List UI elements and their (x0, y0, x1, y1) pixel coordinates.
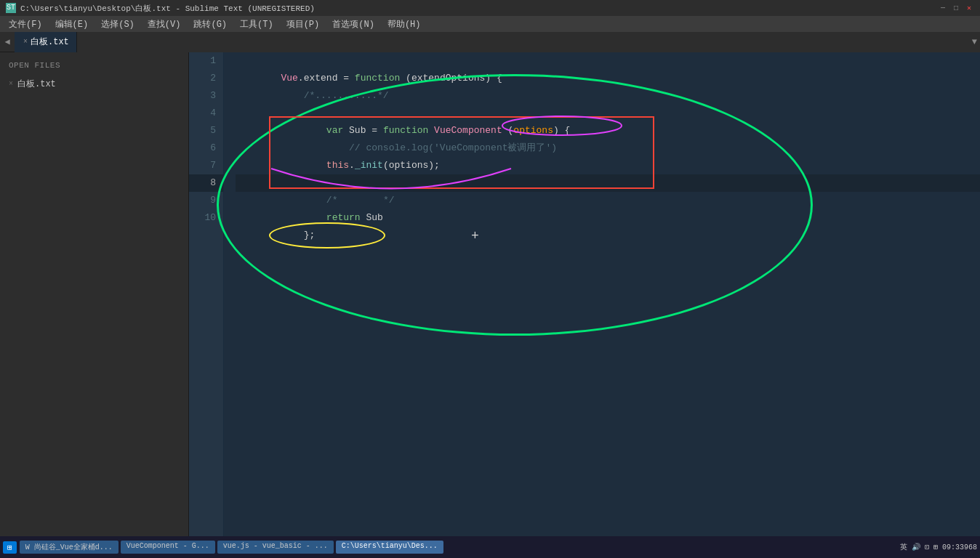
code-line-6: this._init(options); (236, 140, 980, 157)
menu-select[interactable]: 选择(S) (95, 17, 140, 32)
sidebar-file-name: 白板.txt (17, 78, 56, 90)
line-num-2: 2 (189, 70, 223, 87)
tray-battery: ⊞ (933, 543, 938, 551)
sidebar-file-baiban[interactable]: × 白板.txt (0, 76, 188, 92)
taskbar-app-3[interactable]: vue.js - vue_basic - ... (217, 541, 334, 554)
line-num-6: 6 (189, 140, 223, 157)
taskbar-apps: W 尚硅谷_Vue全家桶d... VueComponent - G... vue… (20, 541, 897, 554)
tab-nav-left[interactable]: ◀ (0, 32, 15, 52)
close-button[interactable]: ✕ (964, 3, 974, 13)
menu-goto[interactable]: 跳转(G) (188, 17, 233, 32)
title-bar: ST C:\Users\tianyu\Desktop\白板.txt - Subl… (0, 0, 980, 16)
title-bar-controls: ─ □ ✕ (938, 3, 974, 13)
line-num-7: 7 (189, 157, 223, 174)
tray-sound: 🔊 (912, 543, 920, 551)
sidebar: OPEN FILES × 白板.txt (0, 52, 189, 536)
code-line-3 (236, 87, 980, 105)
line-num-5: 5 (189, 122, 223, 140)
menu-preferences[interactable]: 首选项(N) (326, 17, 380, 32)
main-layout: OPEN FILES × 白板.txt 1 2 3 4 5 6 7 8 9 10… (0, 52, 980, 536)
code-line-9: return Sub (236, 192, 980, 209)
tray-time: 09:33968 (942, 543, 977, 551)
sidebar-header: OPEN FILES (0, 58, 188, 76)
tab-label: 白板.txt (31, 36, 69, 48)
sidebar-file-close-icon[interactable]: × (9, 80, 13, 88)
tray-network: ⊡ (925, 543, 929, 551)
line-num-8: 8 (189, 174, 223, 192)
tab-baiban[interactable]: × 白板.txt (15, 32, 77, 52)
window-title: C:\Users\tianyu\Desktop\白板.txt - Sublime… (20, 3, 315, 14)
taskbar-app-2[interactable]: VueComponent - G... (121, 541, 215, 554)
taskbar-app-4[interactable]: C:\Users\tianyu\Des... (336, 541, 443, 554)
editor: 1 2 3 4 5 6 7 8 9 10 Vue.extend = functi… (189, 52, 980, 536)
line-num-4: 4 (189, 105, 223, 122)
line-num-10: 10 (189, 209, 223, 227)
line-num-1: 1 (189, 52, 223, 70)
code-line-7: }; (236, 157, 980, 174)
windows-taskbar: ⊞ W 尚硅谷_Vue全家桶d... VueComponent - G... v… (0, 536, 980, 558)
menu-edit[interactable]: 编辑(E) (49, 17, 95, 32)
tab-close-icon[interactable]: × (23, 38, 28, 46)
menu-bar: 文件(F) 编辑(E) 选择(S) 查找(V) 跳转(G) 工具(T) 项目(P… (0, 16, 980, 32)
line-num-9: 9 (189, 192, 223, 209)
start-button[interactable]: ⊞ (3, 541, 17, 554)
menu-find[interactable]: 查找(V) (142, 17, 187, 32)
minimize-button[interactable]: ─ (938, 3, 948, 13)
code-line-4: var Sub = function VueComponent (options… (236, 105, 980, 122)
code-line-1: Vue.extend = function (extendOptions) { (236, 52, 980, 70)
title-bar-left: ST C:\Users\tianyu\Desktop\白板.txt - Subl… (6, 3, 315, 14)
plus-sign-annotation: + (471, 229, 479, 243)
line-numbers: 1 2 3 4 5 6 7 8 9 10 (189, 52, 224, 536)
maximize-button[interactable]: □ (951, 3, 961, 13)
code-line-2: /*...........*/ (236, 70, 980, 87)
line-num-3: 3 (189, 87, 223, 105)
code-line-5: // console.log('VueComponent被调用了') (236, 122, 980, 140)
code-area[interactable]: Vue.extend = function (extendOptions) { … (224, 52, 980, 536)
menu-file[interactable]: 文件(F) (3, 17, 48, 32)
tab-dropdown-icon[interactable]: ▼ (972, 37, 977, 47)
app-icon: ST (6, 3, 16, 13)
menu-help[interactable]: 帮助(H) (382, 17, 427, 32)
tray-lang: 英 (900, 542, 907, 552)
tab-bar: ◀ × 白板.txt ▼ (0, 32, 980, 52)
system-tray: 英 🔊 ⊡ ⊞ 09:33968 (900, 542, 977, 552)
code-line-10: }; (236, 209, 980, 227)
taskbar-app-1[interactable]: W 尚硅谷_Vue全家桶d... (20, 541, 119, 554)
code-line-8: /* */ (236, 174, 980, 192)
tab-bar-end: ▼ (77, 32, 980, 52)
menu-tools[interactable]: 工具(T) (234, 17, 279, 32)
menu-project[interactable]: 项目(P) (281, 17, 326, 32)
